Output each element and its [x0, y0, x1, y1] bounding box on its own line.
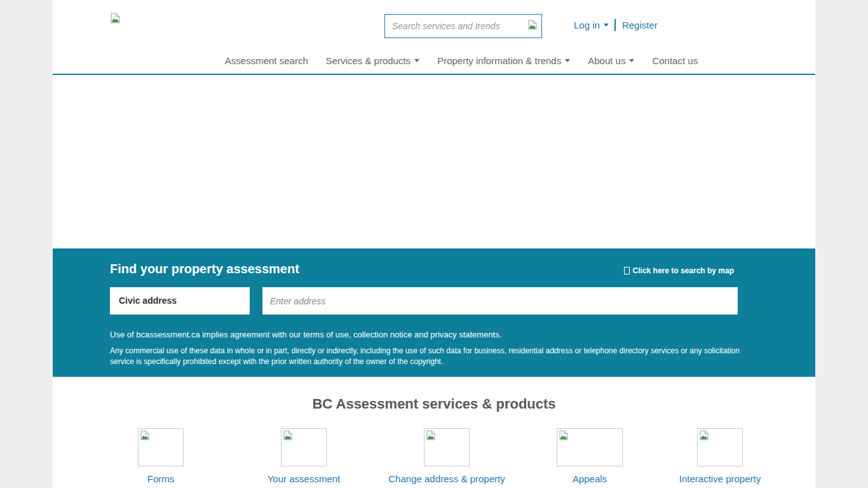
nav-label: Property information & trends	[437, 55, 561, 66]
legal-terms-line: Use of bcassessment.ca implies agreement…	[110, 330, 758, 339]
site-search-input[interactable]	[391, 20, 527, 32]
chevron-down-icon[interactable]	[604, 24, 609, 27]
legal-copyright-paragraph: Any commercial use of these data in whol…	[110, 346, 742, 367]
services-tiles: Forms Your assessment Change address & p…	[53, 428, 815, 484]
tile-change-address-property[interactable]: Change address & property	[376, 428, 519, 484]
nav-contact-us[interactable]: Contact us	[643, 55, 707, 66]
find-assessment-title: Find your property assessment	[110, 262, 299, 276]
nav-label: Assessment search	[225, 55, 308, 66]
chevron-down-icon	[565, 59, 570, 62]
page: Log in Register Assessment search Servic…	[53, 0, 815, 488]
search-by-map-link[interactable]: Click here to search by map	[624, 266, 734, 275]
tile-appeals[interactable]: Appeals	[519, 428, 661, 484]
site-logo-broken-image-icon[interactable]	[110, 13, 121, 24]
chevron-down-icon	[414, 59, 419, 62]
services-title: BC Assessment services & products	[53, 396, 815, 412]
nav-assessment-search[interactable]: Assessment search	[216, 55, 317, 66]
nav-label: About us	[588, 55, 625, 66]
assessment-search-row: Civic address	[110, 287, 738, 315]
tile-broken-image-icon	[557, 428, 623, 466]
nav-property-information-trends[interactable]: Property information & trends	[428, 55, 579, 66]
tile-broken-image-icon	[697, 428, 743, 466]
address-input[interactable]	[262, 287, 738, 315]
nav-label: Contact us	[652, 55, 698, 66]
divider	[614, 19, 616, 31]
site-search	[384, 14, 542, 38]
search-type-dropdown[interactable]: Civic address	[110, 287, 250, 315]
tile-label[interactable]: Forms	[90, 473, 233, 484]
tile-your-assessment[interactable]: Your assessment	[233, 428, 376, 484]
tile-broken-image-icon	[424, 428, 470, 466]
map-marker-missing-glyph-icon	[624, 267, 630, 274]
chevron-down-icon	[629, 59, 634, 62]
main-nav: Assessment search Services & products Pr…	[53, 48, 815, 75]
services-section: BC Assessment services & products Forms …	[53, 377, 815, 484]
tile-label[interactable]: Interactive property	[661, 473, 779, 484]
header: Log in Register	[53, 0, 815, 48]
map-link-label: Click here to search by map	[633, 266, 734, 275]
nav-services-products[interactable]: Services & products	[317, 55, 428, 66]
search-button-broken-image-icon[interactable]	[527, 20, 538, 32]
register-link[interactable]: Register	[622, 20, 658, 30]
tile-broken-image-icon	[138, 428, 184, 466]
find-assessment-band: Find your property assessment Click here…	[53, 248, 815, 377]
tile-label[interactable]: Change address & property	[376, 473, 519, 484]
tile-broken-image-icon	[281, 428, 327, 466]
hero-carousel-empty	[53, 75, 815, 248]
tile-forms[interactable]: Forms	[90, 428, 233, 484]
account-links: Log in Register	[574, 19, 658, 31]
nav-label: Services & products	[326, 55, 410, 66]
tile-label[interactable]: Your assessment	[233, 473, 376, 484]
login-button[interactable]: Log in	[574, 20, 600, 30]
tile-label[interactable]: Appeals	[519, 473, 661, 484]
tile-interactive-property[interactable]: Interactive property	[661, 428, 779, 484]
nav-about-us[interactable]: About us	[579, 55, 643, 66]
